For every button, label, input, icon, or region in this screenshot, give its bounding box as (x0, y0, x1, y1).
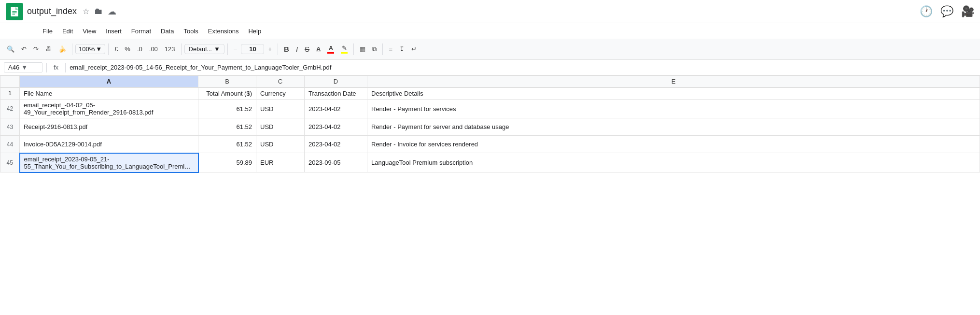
cell-reference-value: A46 (8, 64, 19, 71)
col-c-header[interactable]: C (256, 76, 305, 88)
menu-bar: File Edit View Insert Format Data Tools … (0, 23, 980, 39)
formula-bar-divider-2 (65, 63, 66, 72)
font-size-minus-button[interactable]: − (231, 43, 240, 55)
font-size-plus-button[interactable]: + (265, 43, 275, 55)
currency-button[interactable]: £ (112, 43, 121, 55)
cell-43-a[interactable]: Receipt-2916-0813.pdf (20, 118, 198, 136)
cell-44-a[interactable]: Invoice-0D5A2129-0014.pdf (20, 136, 198, 153)
text-color-bar (327, 52, 334, 54)
cell-42-b[interactable]: 61.52 (198, 100, 256, 118)
video-icon[interactable]: 🎥 (961, 5, 974, 18)
cell-45-a[interactable]: email_receipt_2023-09-05_21-55_Thank_You… (20, 153, 198, 172)
highlight-icon: ✎ (342, 44, 347, 52)
cell-45-b[interactable]: 59.89 (198, 153, 256, 172)
cell-42-c[interactable]: USD (256, 100, 305, 118)
align-left-button[interactable]: ≡ (386, 43, 395, 55)
menu-insert[interactable]: Insert (102, 26, 126, 37)
column-header-row: A B C D E (0, 76, 980, 88)
separator-4 (227, 43, 228, 55)
corner-cell (0, 76, 20, 88)
menu-tools[interactable]: Tools (180, 26, 202, 37)
history-icon[interactable]: 🕐 (920, 5, 933, 18)
table-row: 43 Receipt-2916-0813.pdf 61.52 USD 2023-… (0, 118, 980, 136)
col-e-header[interactable]: E (367, 76, 980, 88)
borders-button[interactable]: ▦ (357, 43, 368, 55)
star-icon[interactable]: ☆ (83, 7, 89, 16)
undo-button[interactable]: ↶ (18, 43, 29, 55)
menu-data[interactable]: Data (157, 26, 178, 37)
highlight-color-button[interactable]: ✎ (338, 43, 350, 56)
italic-button[interactable]: I (293, 43, 301, 55)
cell-42-e[interactable]: Render - Payment for services (367, 100, 980, 118)
cell-44-e[interactable]: Render - Invoice for services rendered (367, 136, 980, 153)
row-num-45: 45 (0, 153, 20, 172)
cell-42-a[interactable]: email_receipt_-04-02_05-49_Your_receipt_… (20, 100, 198, 118)
cell-45-e[interactable]: LanguageTool Premium subscription (367, 153, 980, 172)
menu-view[interactable]: View (79, 26, 100, 37)
zoom-dropdown-icon: ▼ (96, 45, 102, 53)
row-num-1: 1 (0, 87, 20, 100)
menu-edit[interactable]: Edit (58, 26, 77, 37)
comment-icon[interactable]: 💬 (940, 5, 953, 18)
menu-file[interactable]: File (39, 26, 56, 37)
header-descriptive-details[interactable]: Descriptive Details (367, 87, 980, 100)
row-num-43: 43 (0, 118, 20, 136)
cell-45-d[interactable]: 2023-09-05 (305, 153, 367, 172)
title-bar: output_index ☆ 🖿 ☁ 🕐 💬 🎥 (0, 0, 980, 23)
cell-42-d[interactable]: 2023-04-02 (305, 100, 367, 118)
cell-43-b[interactable]: 61.52 (198, 118, 256, 136)
font-family-selector[interactable]: Defaul... ▼ (184, 44, 224, 54)
font-family-value: Defaul... (189, 45, 212, 53)
title-right-icons: 🕐 💬 🎥 (920, 5, 974, 18)
bold-button[interactable]: B (281, 43, 292, 55)
folder-icon[interactable]: 🖿 (94, 6, 103, 16)
underline-button[interactable]: A (313, 43, 323, 55)
format123-button[interactable]: 123 (162, 43, 178, 55)
decimal-increase-button[interactable]: .00 (146, 43, 161, 55)
table-row: 45 email_receipt_2023-09-05_21-55_Thank_… (0, 153, 980, 172)
table-row: 44 Invoice-0D5A2129-0014.pdf 61.52 USD 2… (0, 136, 980, 153)
cell-44-b[interactable]: 61.52 (198, 136, 256, 153)
separator-5 (278, 43, 278, 55)
text-color-a-icon: A (329, 44, 333, 52)
strikethrough-button[interactable]: S (302, 43, 312, 55)
percent-button[interactable]: % (122, 43, 133, 55)
zoom-control[interactable]: 100% ▼ (75, 44, 105, 54)
cell-43-d[interactable]: 2023-04-02 (305, 118, 367, 136)
header-currency[interactable]: Currency (256, 87, 305, 100)
col-b-header[interactable]: B (198, 76, 256, 88)
vertical-align-button[interactable]: ↧ (396, 43, 407, 55)
cell-44-d[interactable]: 2023-04-02 (305, 136, 367, 153)
cell-reference-box[interactable]: A46 ▼ (4, 62, 42, 72)
menu-help[interactable]: Help (244, 26, 265, 37)
cell-45-c[interactable]: EUR (256, 153, 305, 172)
search-button[interactable]: 🔍 (4, 43, 17, 55)
cloud-icon[interactable]: ☁ (108, 6, 116, 17)
col-a-header[interactable]: A (20, 76, 198, 88)
spreadsheet-grid: A B C D E 1 File Name Total Amount ($) C… (0, 75, 980, 173)
col-d-header[interactable]: D (305, 76, 367, 88)
fx-label: fx (51, 64, 61, 71)
print-button[interactable]: 🖶 (42, 43, 55, 55)
cell-44-c[interactable]: USD (256, 136, 305, 153)
cell-43-c[interactable]: USD (256, 118, 305, 136)
header-data-row: 1 File Name Total Amount ($) Currency Tr… (0, 87, 980, 100)
header-file-name[interactable]: File Name (20, 87, 198, 100)
text-color-button[interactable]: A (324, 43, 337, 56)
wrap-button[interactable]: ↵ (408, 43, 420, 55)
header-transaction-date[interactable]: Transaction Date (305, 87, 367, 100)
menu-format[interactable]: Format (127, 26, 155, 37)
toolbar: 🔍 ↶ ↷ 🖶 🍌 100% ▼ £ % .0 .00 123 Defaul..… (0, 39, 980, 60)
redo-button[interactable]: ↷ (30, 43, 42, 55)
font-family-dropdown-icon: ▼ (214, 45, 220, 53)
header-total-amount[interactable]: Total Amount ($) (198, 87, 256, 100)
svg-rect-4 (12, 14, 15, 14)
formula-content[interactable]: email_receipt_2023-09-05_14-56_Receipt_f… (70, 64, 976, 71)
menu-extensions[interactable]: Extensions (204, 26, 243, 37)
paint-format-button[interactable]: 🍌 (56, 43, 69, 55)
cell-43-e[interactable]: Render - Payment for server and database… (367, 118, 980, 136)
font-size-box[interactable]: 10 (241, 44, 264, 54)
separator-6 (353, 43, 354, 55)
merge-cells-button[interactable]: ⧉ (369, 43, 379, 55)
decimal-decrease-button[interactable]: .0 (134, 43, 145, 55)
